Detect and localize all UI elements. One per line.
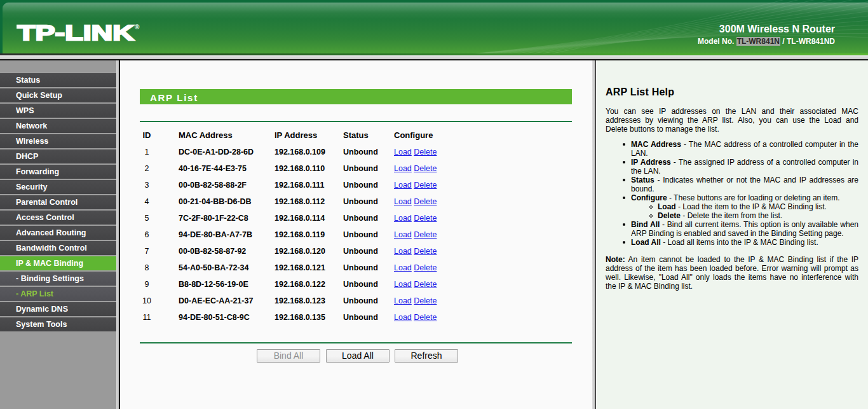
svg-text:TP-LINK: TP-LINK (17, 24, 135, 44)
